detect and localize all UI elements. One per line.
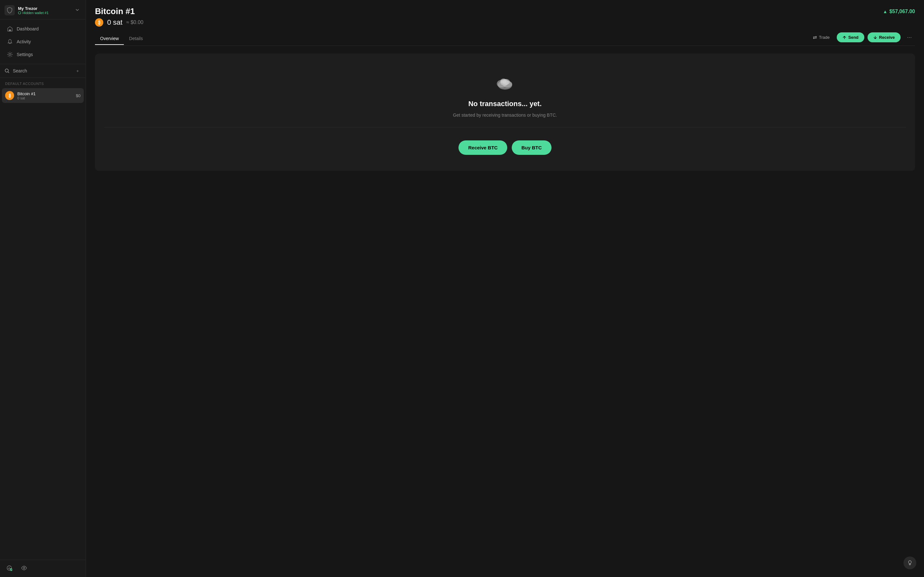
bitcoin-icon: ₿ — [95, 18, 103, 27]
trezor-logo — [5, 5, 15, 15]
balance-sat: 0 sat — [107, 18, 123, 27]
sidebar-header: My Trezor Hidden wallet #1 — [0, 0, 86, 19]
sidebar-brand[interactable]: My Trezor Hidden wallet #1 — [5, 5, 48, 15]
sidebar-nav: Dashboard Activity Settings — [0, 19, 86, 64]
sidebar-item-activity[interactable]: Activity — [2, 35, 84, 48]
settings-label: Settings — [17, 52, 33, 57]
empty-state-title: No transactions... yet. — [468, 100, 542, 108]
search-icon — [5, 68, 10, 73]
balance-row: ₿ 0 sat ≈ $0.00 — [95, 18, 915, 27]
account-item-bitcoin-1[interactable]: ₿ Bitcoin #1 0 sat $0 — [2, 88, 84, 103]
balance-usd: ≈ $0.00 — [126, 19, 144, 25]
send-button[interactable]: Send — [837, 32, 864, 42]
price-value: $57,067.00 — [889, 9, 915, 15]
price-badge: ▲ $57,067.00 — [883, 9, 915, 15]
account-name: Bitcoin #1 — [17, 91, 73, 96]
svg-point-12 — [501, 79, 507, 84]
footer-eye-button[interactable] — [19, 563, 29, 574]
receive-arrow-icon — [873, 35, 877, 39]
svg-rect-1 — [9, 29, 11, 31]
main-content: Bitcoin #1 ▲ $57,067.00 ₿ 0 sat ≈ $0.00 … — [86, 0, 924, 577]
search-label[interactable]: Search — [5, 68, 27, 73]
chevron-down-icon — [75, 7, 80, 13]
tabs-row: Overview Details Trade Send — [95, 32, 915, 46]
chart-icon — [6, 565, 12, 571]
tabs-left: Overview Details — [95, 33, 148, 45]
wallet-name: My Trezor — [18, 6, 48, 11]
divider — [104, 127, 906, 127]
sidebar-header-text: My Trezor Hidden wallet #1 — [18, 6, 48, 15]
account-value-usd: $0 — [76, 93, 81, 98]
more-options-button[interactable]: ··· — [904, 32, 915, 43]
buy-btc-button[interactable]: Buy BTC — [512, 140, 551, 155]
footer-chart-button[interactable] — [5, 563, 14, 574]
price-arrow-icon: ▲ — [883, 9, 887, 14]
svg-point-2 — [9, 53, 11, 55]
tab-overview[interactable]: Overview — [95, 33, 124, 45]
tab-details[interactable]: Details — [124, 33, 148, 45]
hidden-wallet-label: Hidden wallet #1 — [18, 11, 48, 15]
trade-button[interactable]: Trade — [809, 33, 834, 42]
accounts-section: Default accounts ₿ Bitcoin #1 0 sat $0 — [0, 78, 86, 560]
svg-point-6 — [23, 567, 25, 569]
trezor-shield-icon — [6, 7, 13, 13]
dashboard-label: Dashboard — [17, 26, 39, 31]
tabs-right: Trade Send Receive ··· — [809, 32, 915, 45]
activity-label: Activity — [17, 39, 31, 44]
lightbulb-icon — [907, 560, 913, 566]
chevron-down-button[interactable] — [73, 6, 81, 15]
page-title: Bitcoin #1 — [95, 6, 135, 16]
send-arrow-icon — [843, 35, 846, 39]
eye-icon — [21, 565, 27, 571]
main-body: No transactions... yet. Get started by r… — [86, 46, 924, 577]
search-row: Search + — [5, 67, 81, 74]
search-section: Search + — [0, 64, 86, 78]
search-add-button[interactable]: + — [74, 67, 81, 74]
action-buttons: Receive BTC Buy BTC — [459, 140, 551, 155]
receive-button[interactable]: Receive — [867, 32, 901, 42]
account-balance-sat: 0 sat — [17, 96, 73, 100]
sidebar-footer — [0, 560, 86, 577]
svg-point-3 — [5, 69, 8, 72]
trade-icon — [813, 35, 817, 40]
main-title-row: Bitcoin #1 ▲ $57,067.00 — [95, 6, 915, 16]
main-header: Bitcoin #1 ▲ $57,067.00 ₿ 0 sat ≈ $0.00 … — [86, 0, 924, 46]
settings-icon — [7, 52, 13, 57]
empty-state-card: No transactions... yet. Get started by r… — [95, 53, 915, 171]
help-button[interactable] — [903, 556, 916, 569]
bell-icon — [7, 39, 13, 45]
link-icon — [18, 11, 21, 15]
home-icon — [7, 26, 13, 32]
sidebar-item-settings[interactable]: Settings — [2, 48, 84, 61]
sidebar: My Trezor Hidden wallet #1 Dashboard — [0, 0, 86, 577]
account-icon-bitcoin: ₿ — [5, 91, 14, 100]
empty-state-subtitle: Get started by receiving transactions or… — [453, 113, 557, 118]
sidebar-item-dashboard[interactable]: Dashboard — [2, 23, 84, 35]
svg-point-0 — [18, 11, 21, 14]
cloud-illustration — [492, 73, 518, 92]
receive-btc-button[interactable]: Receive BTC — [459, 140, 507, 155]
account-info: Bitcoin #1 0 sat — [17, 91, 73, 100]
accounts-section-label: Default accounts — [2, 81, 84, 87]
